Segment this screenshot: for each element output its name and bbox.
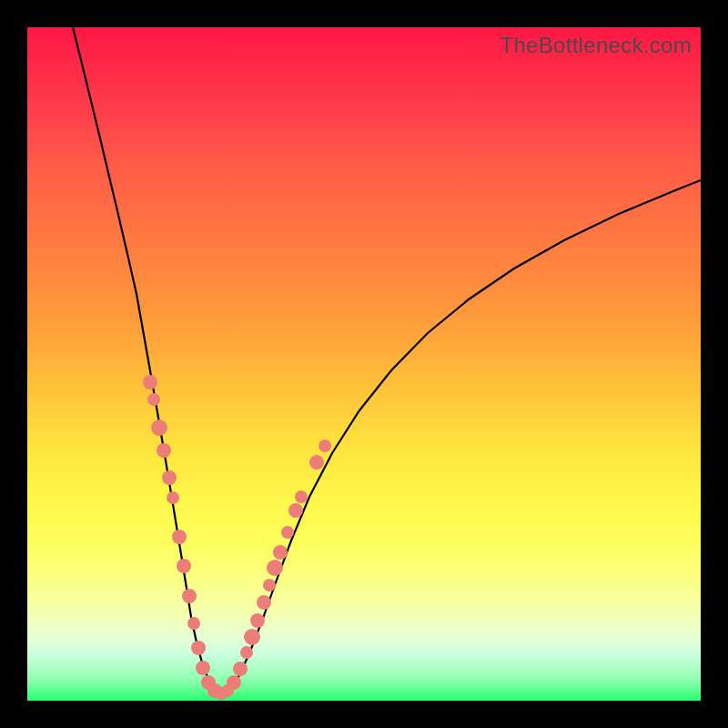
curve-markers xyxy=(143,375,331,700)
curve-marker xyxy=(172,530,187,544)
curve-layer xyxy=(27,27,701,701)
curve-marker xyxy=(157,443,171,458)
bottleneck-curve-path xyxy=(73,27,701,693)
curve-marker xyxy=(182,589,197,603)
curve-marker xyxy=(263,579,276,592)
plot-area: TheBottleneck.com xyxy=(27,27,701,701)
curve-marker xyxy=(177,559,191,573)
curve-marker xyxy=(187,617,200,630)
curve-marker xyxy=(288,503,303,518)
curve-marker xyxy=(240,646,253,659)
curve-marker xyxy=(196,661,210,675)
curve-marker xyxy=(233,662,248,676)
curve-marker xyxy=(250,613,265,628)
curve-marker xyxy=(143,375,157,389)
curve-marker xyxy=(227,675,241,690)
chart-frame: TheBottleneck.com xyxy=(0,0,728,728)
curve-marker xyxy=(167,491,179,504)
curve-marker xyxy=(244,629,260,645)
curve-marker xyxy=(151,420,167,436)
curve-marker xyxy=(281,526,294,539)
curve-marker xyxy=(295,490,308,503)
curve-marker xyxy=(147,393,160,406)
curve-marker xyxy=(191,641,206,655)
curve-marker xyxy=(273,545,288,560)
curve-marker xyxy=(267,560,283,576)
curve-marker xyxy=(257,595,271,610)
curve-marker xyxy=(162,470,177,485)
curve-marker xyxy=(318,440,331,452)
curve-marker xyxy=(309,455,324,470)
